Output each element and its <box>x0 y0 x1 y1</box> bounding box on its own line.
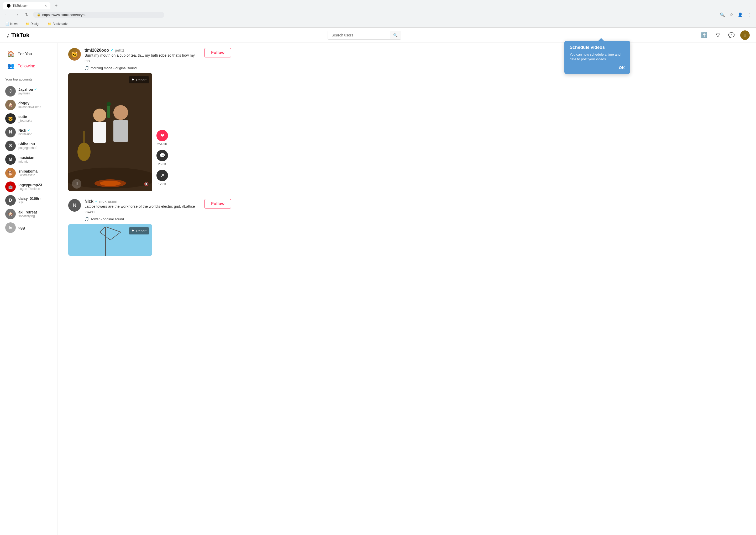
forward-button[interactable]: → <box>13 11 20 18</box>
user-avatar[interactable]: U <box>740 30 750 40</box>
post-2-video-container[interactable]: ⚑ Report <box>68 224 152 256</box>
post-1-wrapper: ⚑ Report ⏸ 🔇 ❤ 254.3K 💬 <box>68 73 231 191</box>
account-avatar-jayzhou: J <box>5 86 16 97</box>
message-icon[interactable]: 💬 <box>727 30 736 40</box>
top-accounts-title: Your top accounts <box>4 77 53 81</box>
tiktok-app: ♪ TikTok 🔍 ⬆️ ▽ 💬 U 🏠 For You <box>0 28 756 535</box>
account-info-doggy: doggy lukasbakwilkens <box>18 101 41 109</box>
post-1-sound[interactable]: 🎵 morning mode - original sound <box>84 66 201 70</box>
account-item-cutie[interactable]: 🐱 cutie _teamaka <box>4 112 53 126</box>
post-1-sound-name: morning mode - original sound <box>91 66 137 70</box>
account-username-shiba: paigegotchu2 <box>18 146 37 150</box>
tab-favicon <box>7 4 11 8</box>
account-avatar-shiba: S <box>5 141 16 151</box>
post-1-follow-button[interactable]: Follow <box>204 48 231 57</box>
schedule-popup: Schedule videos You can now schedule a t… <box>564 41 630 74</box>
upload-icon[interactable]: ⬆️ <box>699 30 709 40</box>
menu-button[interactable]: ⋮ <box>745 11 753 18</box>
pause-button[interactable]: ⏸ <box>72 179 81 188</box>
post-1-video[interactable]: ⚑ Report ⏸ 🔇 <box>68 73 152 191</box>
url-input[interactable]: 🔒 https://www.tiktok.com/foryou <box>33 12 164 18</box>
sidebar-item-for-you[interactable]: 🏠 For You <box>4 48 53 60</box>
logo[interactable]: ♪ TikTok <box>6 31 29 39</box>
account-avatar-logeypump: 🤖 <box>5 182 16 192</box>
account-item-jayzhou[interactable]: J Jayzhou ✓ jaymusic <box>4 84 53 98</box>
share-button[interactable]: ↗ <box>157 170 168 181</box>
post-2-sound-name: Tower - original sound <box>91 217 124 221</box>
svg-rect-9 <box>83 131 84 152</box>
account-info-cutie: cutie _teamaka <box>18 115 32 123</box>
account-info-nick: Nick ✓ nickfasion <box>18 128 32 136</box>
account-name-shibakoma: shibakoma <box>18 169 38 173</box>
post-1-video-controls: ⏸ 🔇 <box>68 177 152 191</box>
post-2-sound[interactable]: 🎵 Tower - original sound <box>84 217 201 221</box>
post-2-avatar[interactable]: N <box>68 199 81 211</box>
filter-icon[interactable]: ▽ <box>713 30 722 40</box>
svg-rect-6 <box>107 105 110 118</box>
verified-icon-jayzhou: ✓ <box>34 88 37 91</box>
popup-arrow <box>598 38 604 41</box>
account-info-shiba: Shiba Inu paigegotchu2 <box>18 142 37 150</box>
post-2-author-name[interactable]: Nick <box>84 199 93 204</box>
account-item-aki[interactable]: 🐶 aki_retreat sosatisfying <box>4 207 53 221</box>
bookmark-news[interactable]: 📄 News <box>4 21 20 26</box>
svg-point-4 <box>113 105 128 120</box>
bookmark-bookmarks[interactable]: 📁 Bookmarks <box>46 21 70 26</box>
like-button[interactable]: ❤ <box>157 130 168 141</box>
account-username-musician: miumiu <box>18 160 34 163</box>
bookmarks-bookmark-label: Bookmarks <box>52 22 68 26</box>
account-username-shibakoma: LoStressato <box>18 173 38 177</box>
search-bar[interactable]: 🔍 <box>328 31 401 40</box>
account-item-daisy[interactable]: D daisy_0109rr PIPI <box>4 194 53 207</box>
account-username-jayzhou: jaymusic <box>18 92 37 95</box>
account-item-musician[interactable]: M musician miumiu <box>4 153 53 166</box>
account-avatar-egg: E <box>5 222 16 233</box>
app-header: ♪ TikTok 🔍 ⬆️ ▽ 💬 U <box>0 28 756 43</box>
account-name-shiba: Shiba Inu <box>18 142 37 146</box>
mute-button[interactable]: 🔇 <box>144 182 149 186</box>
reload-button[interactable]: ↻ <box>23 11 30 18</box>
account-item-shibakoma[interactable]: 🐕 shibakoma LoStressato <box>4 166 53 180</box>
account-item-egg[interactable]: E egg <box>4 221 53 235</box>
feed: 🐱 timi2020ooo ✓ petttt Burnt my mouth on… <box>58 43 241 535</box>
account-item-nick[interactable]: N Nick ✓ nickfasion <box>4 126 53 139</box>
browser-tab[interactable]: TikTok.com × <box>3 2 50 10</box>
post-1-avatar[interactable]: 🐱 <box>68 48 81 61</box>
account-item-shiba[interactable]: S Shiba Inu paigegotchu2 <box>4 139 53 153</box>
account-name-cutie: cutie <box>18 115 32 119</box>
back-button[interactable]: ← <box>3 11 11 18</box>
new-tab-button[interactable]: + <box>52 2 60 10</box>
post-1-header: 🐱 timi2020ooo ✓ petttt Burnt my mouth on… <box>68 48 231 70</box>
comments-count: 25.3K <box>158 162 166 166</box>
url-text: https://www.tiktok.com/foryou <box>42 13 86 17</box>
post-2-report-button[interactable]: ⚑ Report <box>129 227 149 235</box>
sidebar-item-following[interactable]: 👥 Following <box>4 60 53 72</box>
search-browser-button[interactable]: 🔍 <box>719 11 726 18</box>
sidebar-following-label: Following <box>17 64 35 69</box>
account-item-doggy[interactable]: 🐶 doggy lukasbakwilkens <box>4 98 53 112</box>
post-1-author-name[interactable]: timi2020ooo <box>84 48 109 53</box>
comment-button[interactable]: 💬 <box>157 150 168 161</box>
profile-button[interactable]: 👤 <box>737 11 744 18</box>
design-bookmark-label: Design <box>30 22 40 26</box>
header-actions: ⬆️ ▽ 💬 U <box>699 30 750 40</box>
sidebar-nav: 🏠 For You 👥 Following <box>4 48 53 72</box>
news-bookmark-icon: 📄 <box>5 22 9 26</box>
search-input[interactable] <box>328 31 390 39</box>
account-info-jayzhou: Jayzhou ✓ jaymusic <box>18 87 37 95</box>
search-button[interactable]: 🔍 <box>390 31 401 39</box>
post-1-report-button[interactable]: ⚑ Report <box>129 76 149 83</box>
schedule-popup-ok-button[interactable]: OK <box>619 65 625 70</box>
tab-close-button[interactable]: × <box>45 4 47 8</box>
post-2-wrapper: ⚑ Report <box>68 224 231 256</box>
account-info-egg: egg <box>18 226 25 230</box>
account-avatar-cutie: 🐱 <box>5 113 16 124</box>
account-item-logeypump[interactable]: 🤖 logeypump23 Logan Thielbert <box>4 180 53 194</box>
bookmark-design[interactable]: 📁 Design <box>24 21 42 26</box>
post-2-follow-button[interactable]: Follow <box>204 199 231 209</box>
schedule-popup-title: Schedule videos <box>570 45 625 50</box>
account-name-logeypump: logeypump23 <box>18 183 42 187</box>
account-info-daisy: daisy_0109rr PIPI <box>18 196 41 204</box>
post-1-author: timi2020ooo ✓ petttt <box>84 48 201 53</box>
star-button[interactable]: ☆ <box>728 11 735 18</box>
